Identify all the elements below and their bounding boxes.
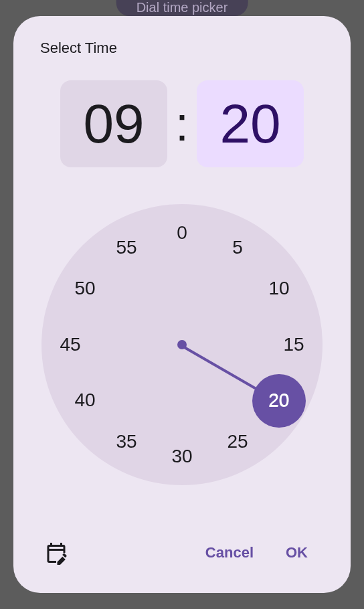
clock-num-50[interactable]: 50 bbox=[68, 272, 102, 305]
clock-num-0[interactable]: 0 bbox=[165, 216, 199, 250]
clock-num-40[interactable]: 40 bbox=[68, 383, 102, 417]
hours-field[interactable]: 09 bbox=[60, 80, 167, 167]
clock-num-55[interactable]: 55 bbox=[110, 231, 143, 264]
time-display-row: 09 : 20 bbox=[40, 80, 324, 167]
clock-num-30[interactable]: 30 bbox=[165, 440, 199, 473]
time-picker-dialog: Select Time 09 : 20 20 0 5 10 15 20 25 3… bbox=[13, 16, 351, 593]
cancel-button[interactable]: Cancel bbox=[189, 536, 270, 570]
clock-num-5[interactable]: 5 bbox=[221, 231, 254, 264]
clock-num-20[interactable]: 20 bbox=[262, 383, 296, 417]
dialog-button-row: Cancel OK bbox=[40, 523, 324, 570]
ok-button[interactable]: OK bbox=[270, 536, 324, 570]
keyboard-input-toggle[interactable] bbox=[40, 537, 72, 569]
dialog-title: Select Time bbox=[40, 39, 324, 57]
calendar-edit-icon bbox=[44, 541, 68, 565]
clock-num-10[interactable]: 10 bbox=[262, 272, 296, 305]
clock-num-15[interactable]: 15 bbox=[277, 328, 310, 361]
clock-face[interactable]: 20 0 5 10 15 20 25 30 35 40 45 50 55 bbox=[41, 204, 323, 485]
clock-num-35[interactable]: 35 bbox=[110, 425, 143, 458]
time-colon: : bbox=[175, 100, 189, 148]
minutes-field[interactable]: 20 bbox=[197, 80, 304, 167]
background-dial-button: Dial time picker bbox=[116, 0, 248, 16]
background-dial-label: Dial time picker bbox=[136, 0, 228, 15]
clock-num-45[interactable]: 45 bbox=[54, 328, 87, 361]
clock-center-dot bbox=[177, 340, 187, 349]
clock-num-25[interactable]: 25 bbox=[221, 425, 254, 458]
